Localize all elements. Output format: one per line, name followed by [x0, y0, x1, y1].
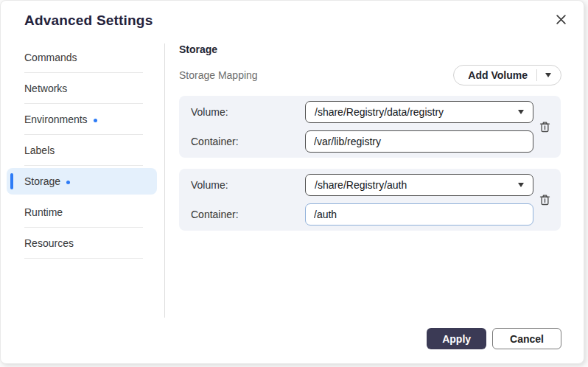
- volume-label: Volume:: [191, 106, 305, 118]
- sidebar-nav-list: Commands Networks Environments Labels St…: [7, 42, 157, 259]
- container-row: Container:: [191, 203, 550, 226]
- sidebar-item-runtime[interactable]: Runtime: [7, 197, 157, 228]
- modified-indicator-dot: [94, 119, 97, 122]
- container-label: Container:: [191, 209, 305, 220]
- volume-row: Volume: /share/Registry/auth: [191, 174, 550, 196]
- close-button[interactable]: [553, 11, 569, 27]
- sidebar-item-label: Environments: [24, 113, 88, 125]
- modified-indicator-dot: [66, 181, 70, 184]
- section-title: Storage: [179, 43, 561, 55]
- chevron-down-icon[interactable]: [545, 73, 551, 77]
- volume-label: Volume:: [191, 179, 305, 191]
- cancel-button[interactable]: Cancel: [492, 328, 561, 349]
- volume-select[interactable]: /share/Registry/data/registry: [305, 101, 533, 123]
- volume-select-value: /share/Registry/auth: [315, 179, 518, 191]
- storage-mapping-label: Storage Mapping: [179, 69, 258, 81]
- sidebar-item-label: Commands: [24, 52, 77, 63]
- container-label: Container:: [191, 136, 305, 147]
- storage-mapping-card: Volume: /share/Registry/auth Container:: [179, 169, 561, 231]
- sidebar-item-commands[interactable]: Commands: [7, 42, 157, 73]
- sidebar-item-storage[interactable]: Storage: [7, 168, 157, 195]
- add-volume-label: Add Volume: [468, 69, 528, 81]
- button-separator: [536, 69, 537, 81]
- container-path-input[interactable]: [305, 130, 533, 153]
- sidebar-content-divider: [164, 43, 165, 318]
- volume-select[interactable]: /share/Registry/auth: [305, 174, 533, 196]
- storage-mapping-list: Volume: /share/Registry/data/registry Co…: [179, 96, 561, 231]
- storage-mapping-header-row: Storage Mapping Add Volume: [179, 65, 561, 85]
- sidebar-item-networks[interactable]: Networks: [7, 73, 157, 104]
- chevron-down-icon: [518, 183, 524, 187]
- delete-mapping-button[interactable]: [537, 119, 553, 135]
- sidebar-item-label: Labels: [24, 144, 55, 156]
- apply-button[interactable]: Apply: [427, 328, 486, 349]
- trash-icon: [539, 193, 551, 206]
- sidebar-item-environments[interactable]: Environments: [7, 104, 157, 135]
- sidebar-item-label: Storage: [24, 175, 60, 187]
- dialog-footer: Apply Cancel: [427, 328, 561, 349]
- advanced-settings-dialog: Advanced Settings Commands Networks Envi…: [0, 0, 584, 364]
- dialog-title: Advanced Settings: [24, 13, 153, 29]
- add-volume-button[interactable]: Add Volume: [453, 65, 561, 85]
- sidebar-item-resources[interactable]: Resources: [7, 228, 157, 259]
- sidebar-item-label: Resources: [24, 237, 74, 249]
- volume-row: Volume: /share/Registry/data/registry: [191, 101, 550, 123]
- volume-select-value: /share/Registry/data/registry: [315, 106, 518, 118]
- storage-panel: Storage Storage Mapping Add Volume Volum…: [179, 43, 561, 231]
- sidebar-item-label: Runtime: [24, 206, 63, 218]
- close-icon: [555, 13, 567, 26]
- storage-mapping-card: Volume: /share/Registry/data/registry Co…: [179, 96, 561, 158]
- chevron-down-icon: [518, 110, 524, 114]
- sidebar-item-label: Networks: [24, 83, 67, 94]
- container-path-input[interactable]: [305, 203, 533, 226]
- settings-sidebar: Commands Networks Environments Labels St…: [7, 42, 157, 259]
- delete-mapping-button[interactable]: [537, 192, 553, 208]
- trash-icon: [539, 120, 551, 133]
- container-row: Container:: [191, 130, 550, 153]
- sidebar-item-labels[interactable]: Labels: [7, 135, 157, 166]
